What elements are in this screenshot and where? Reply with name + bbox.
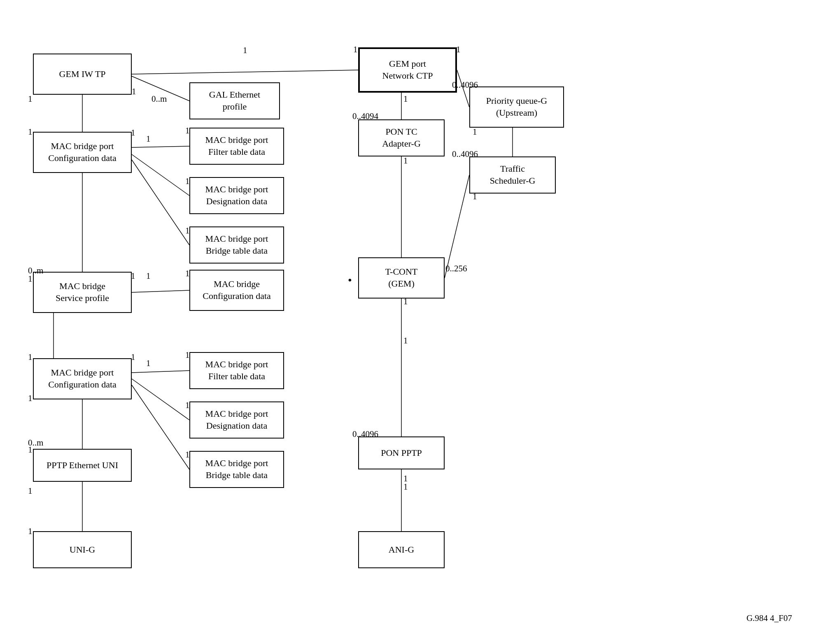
mac-bridge-cfg-box: MAC bridgeConfiguration data — [189, 270, 284, 311]
label-svc-1a: 1 — [28, 274, 33, 284]
label-svc-right2: 1 — [146, 271, 151, 281]
gem-port-ctp-box: GEM portNetwork CTP — [358, 47, 457, 93]
pon-pptp-box: PON PPTP — [358, 436, 445, 469]
mac-bridge-port-filter2-box: MAC bridge portFilter table data — [189, 352, 284, 389]
label-svc2-0m: 0..m — [28, 438, 43, 448]
label-1b: 1 — [353, 44, 358, 55]
label-ts-1: 1 — [473, 191, 477, 202]
label-filter1-left: 1 — [185, 126, 190, 136]
label-tcont-down1: 1 — [403, 296, 408, 307]
mac-bridge-port-filter1-box: MAC bridge portFilter table data — [189, 128, 284, 165]
svg-line-11 — [445, 175, 469, 278]
label-cfg2-top: 1 — [28, 352, 33, 362]
label-desig2-left: 1 — [185, 400, 190, 411]
mac-bridge-port-bridge2-box: MAC bridge portBridge table data — [189, 451, 284, 488]
label-gal-0m: 0..m — [151, 94, 167, 104]
mac-bridge-port-desig2-box: MAC bridge portDesignation data — [189, 401, 284, 439]
label-bridge2-left: 1 — [185, 450, 190, 460]
svg-line-16 — [132, 379, 189, 420]
label-1a: 1 — [243, 45, 247, 56]
svg-line-15 — [132, 371, 189, 373]
label-1c: 1 — [456, 44, 461, 55]
mac-bridge-port-bridge1-box: MAC bridge portBridge table data — [189, 226, 284, 264]
svg-line-12 — [132, 290, 189, 292]
traffic-scheduler-box: TrafficScheduler-G — [469, 156, 556, 194]
label-cfg2-right1: 1 — [131, 352, 135, 362]
label-pq-0: 0..4096 — [452, 80, 478, 90]
svg-line-4 — [132, 154, 189, 196]
label-ts-0: 0..4096 — [452, 149, 478, 159]
label-anig-top2: 1 — [403, 482, 408, 492]
svg-line-5 — [132, 160, 189, 245]
label-filter2-left: 1 — [185, 350, 190, 360]
label-unig-top: 1 — [28, 486, 33, 496]
label-cfg1-right1: 1 — [131, 128, 135, 138]
ani-g-box: ANI-G — [358, 531, 445, 568]
label-tcont-down2: 1 — [403, 336, 408, 346]
tcont-box: T-CONT(GEM) — [358, 257, 445, 299]
label-unig-1: 1 — [28, 526, 33, 537]
label-cfg1-top: 1 — [28, 127, 33, 137]
gem-iw-tp-box: GEM IW TP — [33, 54, 132, 95]
diagram: GEM IW TP GEM portNetwork CTP GAL Ethern… — [0, 0, 825, 644]
label-ponpptp-top: 0..4096 — [352, 429, 378, 439]
mac-bridge-svc-box: MAC bridgeService profile — [33, 272, 132, 313]
label-tcont-256: 0..256 — [445, 264, 467, 274]
label-pon-tc-top: 0..4094 — [352, 111, 378, 121]
svg-line-17 — [132, 385, 189, 469]
svg-line-3 — [132, 146, 189, 147]
label-bridge1-left: 1 — [185, 226, 190, 236]
label-cfg2-right2: 1 — [146, 358, 151, 369]
uni-g-box: UNI-G — [33, 531, 132, 568]
label-ctp-down: 1 — [403, 94, 408, 104]
pptp-eth-box: PPTP Ethernet UNI — [33, 449, 132, 482]
figure-caption: G.984 4_F07 — [746, 613, 792, 623]
priority-queue-box: Priority queue-G(Upstream) — [469, 86, 564, 128]
label-gal-1: 1 — [132, 86, 136, 97]
mac-bridge-port-cfg1-box: MAC bridge portConfiguration data — [33, 132, 132, 173]
label-gem-left: 1 — [28, 94, 33, 104]
pon-tc-adapter-box: PON TCAdapter-G — [358, 119, 445, 156]
label-pont-down: 1 — [403, 156, 408, 166]
gal-ethernet-box: GAL Ethernetprofile — [189, 82, 280, 119]
label-tcont-bullet: • — [348, 274, 352, 287]
label-pq-1: 1 — [473, 127, 477, 137]
mac-bridge-port-cfg2-box: MAC bridge portConfiguration data — [33, 358, 132, 399]
mac-bridge-port-desig1-box: MAC bridge portDesignation data — [189, 177, 284, 214]
label-svc-right1: 1 — [131, 271, 135, 281]
svg-line-0 — [132, 70, 358, 74]
label-cfg-left: 1 — [185, 268, 190, 279]
label-pptp-top: 1 — [28, 393, 33, 404]
label-desig1-left: 1 — [185, 176, 190, 187]
label-cfg1-right2: 1 — [146, 134, 151, 144]
